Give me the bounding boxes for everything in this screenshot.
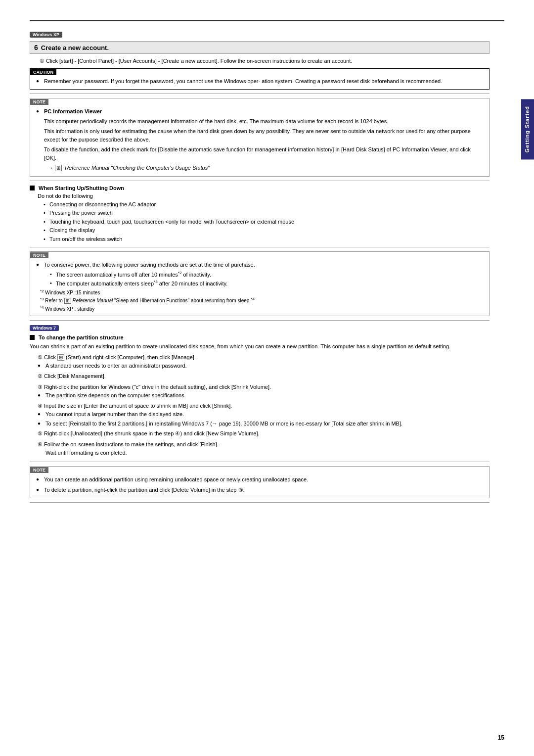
caution-label: CAUTION (30, 69, 56, 75)
list-item: Turn on/off the wireless switch (49, 235, 490, 243)
step-item: ③ Right-click the partition for Windows … (38, 383, 490, 400)
arrow-icon: → (48, 165, 55, 171)
caution-box: CAUTION Remember your password. If you f… (30, 68, 490, 90)
when-starting-items: Connecting or disconnecting the AC adapt… (38, 200, 490, 243)
note3-item1: You can create an additional partition u… (44, 475, 484, 484)
list-item: Connecting or disconnecting the AC adapt… (49, 200, 490, 209)
partition-steps: ① Click ⊞ (Start) and right-click [Compu… (38, 353, 490, 458)
when-starting-section: When Starting Up/Shutting Down Do not do… (30, 185, 490, 243)
step-item: ⑥ Follow the on-screen instructions to m… (38, 440, 490, 458)
square-bullet-icon (30, 186, 35, 190)
step-item: ② Click [Disk Management]. (38, 372, 490, 381)
footnote3: *3 Refer to ⊞ Reference Manual "Sleep an… (40, 296, 484, 305)
section-number: 6 (34, 44, 38, 51)
ref-manual-link: Reference Manual "Checking the Computer'… (65, 165, 210, 171)
power-saving: To conserve power, the following power s… (44, 261, 484, 287)
note3-item2: To delete a partition, right-click the p… (44, 486, 484, 494)
partition-title: To change the partition structure (39, 334, 124, 340)
step1: ① Click [start] - [Control Panel] - [Use… (40, 57, 490, 65)
list-item: Touching the keyboard, touch pad, touchs… (49, 218, 490, 226)
step-item: ⑤ Right-click [Unallocated] (the shrunk … (38, 429, 490, 438)
section-title: Create a new account. (41, 44, 109, 51)
list-item: Closing the display (49, 226, 490, 235)
power-sub2: The computer automatically enters sleep*… (56, 279, 484, 287)
note1-box: NOTE PC Information Viewer This computer… (30, 98, 490, 177)
note1-label: NOTE (30, 99, 48, 105)
section6-header: 6 Create a new account. (30, 41, 490, 54)
side-tab: Getting Started (521, 99, 534, 159)
caution-text: Remember your password. If you forget th… (44, 77, 484, 86)
list-item: Pressing the power switch (49, 209, 490, 217)
windows-xp-badge: Windows XP (30, 32, 62, 38)
note3-box: NOTE You can create an additional partit… (30, 466, 490, 498)
note3-label: NOTE (30, 467, 48, 473)
step-item: ① Click ⊞ (Start) and right-click [Compu… (38, 353, 490, 370)
note2-label: NOTE (30, 252, 48, 258)
square-bullet2-icon (30, 335, 35, 340)
when-starting-intro: Do not do the following (38, 193, 490, 199)
page-number: 15 (498, 734, 504, 741)
when-starting-title: When Starting Up/Shutting Down (39, 185, 124, 191)
footnote2: *2 Windows XP :15 minutes (40, 288, 484, 296)
partition-section: To change the partition structure You ca… (30, 334, 490, 458)
step-item: ④ Input the size in [Enter the amount of… (38, 402, 490, 428)
partition-intro: You can shrink a part of an existing par… (30, 342, 490, 351)
pc-info-viewer: PC Information Viewer This computer peri… (44, 107, 484, 172)
note2-box: NOTE To conserve power, the following po… (30, 251, 490, 316)
footnote4: *4 Windows XP : standby (40, 305, 484, 313)
power-sub1: The screen automatically turns off after… (56, 270, 484, 279)
windows7-badge: Windows 7 (30, 325, 59, 331)
